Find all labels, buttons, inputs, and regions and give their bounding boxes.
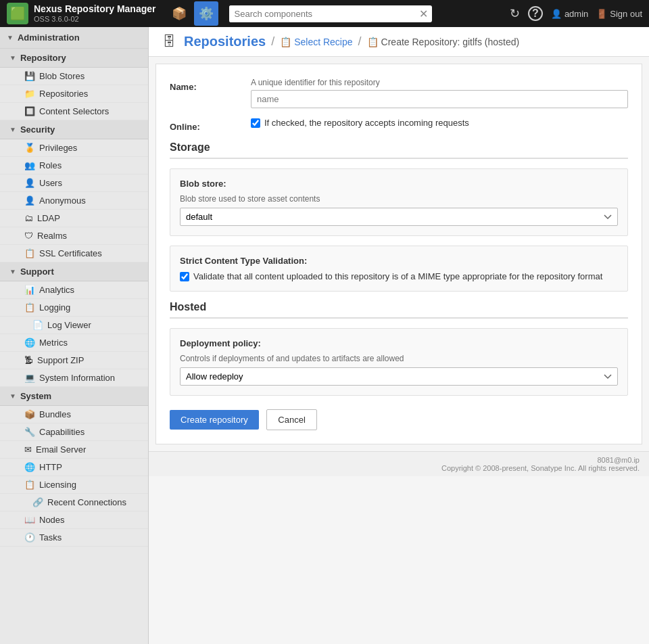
sidebar-item-anonymous[interactable]: 👤 Anonymous: [0, 192, 148, 210]
sidebar-item-tasks[interactable]: 🕐 Tasks: [0, 529, 148, 547]
sidebar-item-system-information[interactable]: 💻 System Information: [0, 369, 148, 387]
breadcrumb-current-label: Create Repository: gitlfs (hosted): [381, 37, 520, 47]
admin-nav-button[interactable]: ⚙️: [194, 1, 218, 26]
http-icon: 🌐: [24, 462, 35, 472]
blob-stores-icon: 💾: [24, 71, 35, 81]
sidebar-group-system[interactable]: ▼ System: [0, 387, 148, 406]
sidebar-item-email-server[interactable]: ✉ Email Server: [0, 441, 148, 459]
sidebar-item-bundles[interactable]: 📦 Bundles: [0, 406, 148, 423]
search-clear-button[interactable]: ✕: [415, 7, 432, 20]
sidebar-item-blob-stores[interactable]: 💾 Blob Stores: [0, 68, 148, 85]
name-input[interactable]: [251, 90, 628, 108]
repositories-icon: 📁: [24, 89, 35, 99]
repositories-label: Repositories: [39, 89, 88, 99]
sidebar-item-logging[interactable]: 📋 Logging: [0, 299, 148, 317]
sidebar-item-log-viewer[interactable]: 📄 Log Viewer: [0, 317, 148, 334]
logo-icon: 🟩: [7, 3, 28, 24]
strict-content-hint: Validate that all content uploaded to th…: [193, 271, 602, 281]
strict-content-checkbox-row: Validate that all content uploaded to th…: [180, 271, 618, 281]
administration-header[interactable]: ▼ Administration: [0, 27, 148, 49]
breadcrumb-sep2: /: [358, 34, 362, 49]
sidebar: ▼ Administration ▼ Repository 💾 Blob Sto…: [0, 27, 149, 644]
repo-group-label: Repository: [20, 53, 66, 63]
breadcrumb-current-icon: 📋: [367, 37, 379, 47]
topbar: 🟩 Nexus Repository Manager OSS 3.6.0-02 …: [0, 0, 649, 27]
system-information-label: System Information: [39, 373, 115, 383]
sidebar-item-ldap[interactable]: 🗂 LDAP: [0, 210, 148, 227]
blob-store-select[interactable]: default: [180, 208, 618, 226]
logging-icon: 📋: [24, 302, 35, 313]
app-title: Nexus Repository Manager: [34, 3, 156, 15]
sidebar-item-realms[interactable]: 🛡 Realms: [0, 227, 148, 245]
sidebar-item-capabilities[interactable]: 🔧 Capabilities: [0, 423, 148, 441]
strict-content-checkbox[interactable]: [180, 272, 189, 281]
sidebar-item-metrics[interactable]: 🌐 Metrics: [0, 334, 148, 352]
support-group-label: Support: [20, 267, 54, 277]
repo-arrow-icon: ▼: [9, 54, 16, 62]
create-repository-button[interactable]: Create repository: [170, 410, 259, 430]
sidebar-item-analytics[interactable]: 📊 Analytics: [0, 281, 148, 299]
online-checkbox-row: If checked, the repository accepts incom…: [251, 118, 628, 128]
browse-nav-button[interactable]: 📦: [167, 1, 191, 26]
email-server-label: Email Server: [36, 444, 86, 455]
strict-content-title: Strict Content Type Validation:: [180, 256, 618, 266]
sidebar-group-repository[interactable]: ▼ Repository: [0, 49, 148, 68]
sidebar-item-http[interactable]: 🌐 HTTP: [0, 459, 148, 476]
name-hint: A unique identifier for this repository: [251, 78, 628, 87]
breadcrumb-current: 📋 Create Repository: gitlfs (hosted): [367, 37, 520, 47]
bundles-icon: 📦: [24, 409, 35, 419]
breadcrumb-link1-label: Select Recipe: [294, 37, 352, 47]
refresh-button[interactable]: ↻: [510, 6, 520, 21]
sidebar-item-support-zip[interactable]: 🗜 Support ZIP: [0, 352, 148, 369]
email-server-icon: ✉: [24, 444, 32, 455]
support-zip-label: Support ZIP: [37, 355, 84, 365]
log-viewer-icon: 📄: [32, 320, 43, 330]
create-repository-form: Name: A unique identifier for this repos…: [155, 64, 642, 444]
help-button[interactable]: ?: [528, 6, 543, 21]
system-group-label: System: [20, 391, 51, 401]
cancel-button[interactable]: Cancel: [266, 409, 316, 430]
security-arrow-icon: ▼: [9, 126, 16, 133]
online-hint: If checked, the repository accepts incom…: [264, 118, 469, 128]
breadcrumb-select-recipe-link[interactable]: 📋 Select Recipe: [280, 37, 352, 47]
user-menu-button[interactable]: 👤 admin: [551, 9, 588, 19]
recent-connections-label: Recent Connections: [47, 497, 126, 507]
sidebar-item-repositories[interactable]: 📁 Repositories: [0, 85, 148, 103]
blob-store-group: Blob store: Blob store used to store ass…: [170, 168, 628, 236]
online-checkbox[interactable]: [251, 118, 260, 128]
sidebar-group-security[interactable]: ▼ Security: [0, 120, 148, 139]
signout-label: Sign out: [610, 9, 642, 19]
privileges-icon: 🏅: [24, 143, 35, 153]
nodes-label: Nodes: [39, 515, 65, 525]
sidebar-item-recent-connections[interactable]: 🔗 Recent Connections: [0, 494, 148, 511]
signout-icon: 🚪: [596, 9, 607, 19]
topbar-right: ↻ ? 👤 admin 🚪 Sign out: [510, 6, 642, 21]
ssl-certificates-label: SSL Certificates: [39, 248, 102, 258]
sidebar-item-ssl-certificates[interactable]: 📋 SSL Certificates: [0, 245, 148, 262]
http-label: HTTP: [39, 462, 62, 472]
blob-stores-label: Blob Stores: [39, 71, 85, 81]
sidebar-group-support[interactable]: ▼ Support: [0, 262, 148, 281]
log-viewer-label: Log Viewer: [47, 320, 91, 330]
footer-copyright: Copyright © 2008-present, Sonatype Inc. …: [441, 464, 640, 472]
capabilities-icon: 🔧: [24, 427, 35, 437]
sidebar-item-roles[interactable]: 👥 Roles: [0, 157, 148, 175]
nav-icons: 📦 ⚙️: [167, 1, 218, 26]
administration-label: Administration: [18, 32, 80, 43]
breadcrumb-sep1: /: [271, 34, 274, 49]
roles-label: Roles: [39, 160, 62, 170]
deployment-policy-select[interactable]: Allow redeploy Disable redeploy Read-onl…: [180, 367, 618, 386]
online-label: Online:: [170, 118, 251, 132]
search-input[interactable]: [229, 5, 415, 22]
sidebar-item-users[interactable]: 👤 Users: [0, 175, 148, 192]
tasks-label: Tasks: [39, 532, 62, 543]
sidebar-item-privileges[interactable]: 🏅 Privileges: [0, 139, 148, 157]
signout-button[interactable]: 🚪 Sign out: [596, 9, 642, 19]
sidebar-item-nodes[interactable]: 📖 Nodes: [0, 511, 148, 529]
sidebar-item-licensing[interactable]: 📋 Licensing: [0, 476, 148, 494]
ssl-icon: 📋: [24, 248, 35, 258]
metrics-label: Metrics: [39, 338, 68, 348]
system-info-icon: 💻: [24, 373, 35, 383]
blob-store-group-title: Blob store:: [180, 179, 618, 189]
sidebar-item-content-selectors[interactable]: 🔲 Content Selectors: [0, 103, 148, 120]
